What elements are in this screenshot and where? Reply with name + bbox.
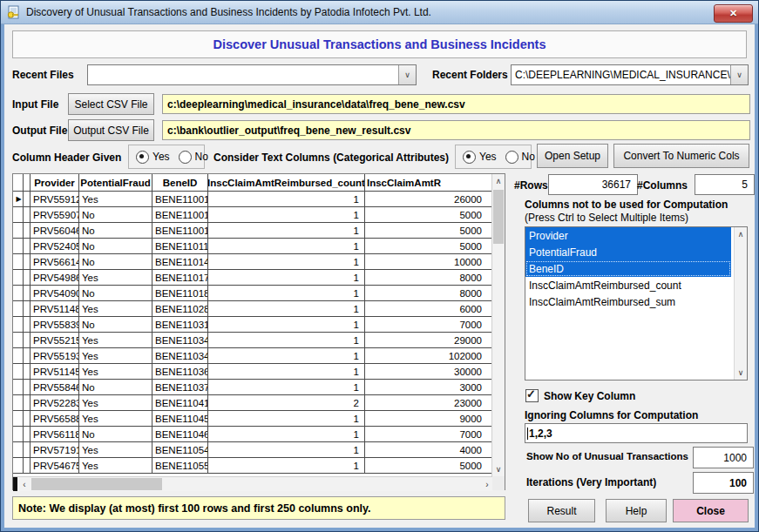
table-cell[interactable]: BENE11054 — [152, 442, 208, 458]
table-cell[interactable]: Yes — [79, 333, 152, 348]
table-cell[interactable] — [24, 395, 30, 411]
list-item[interactable]: Provider — [525, 227, 731, 244]
table-cell[interactable]: 1 — [208, 427, 365, 442]
table-cell[interactable]: PRV56046 — [30, 223, 79, 239]
table-cell[interactable] — [24, 458, 30, 474]
table-cell[interactable] — [24, 207, 30, 223]
table-cell[interactable]: PRV55193 — [30, 348, 79, 364]
table-cell[interactable]: BENE11001 — [152, 207, 208, 223]
table-cell[interactable]: BENE11034 — [152, 348, 208, 364]
chevron-down-icon[interactable]: ∨ — [730, 65, 748, 84]
table-cell[interactable]: Yes — [79, 411, 152, 427]
row-selector-cell[interactable] — [13, 239, 24, 254]
table-cell[interactable]: 30000 — [365, 364, 493, 380]
table-cell[interactable]: BENE11036 — [152, 364, 208, 380]
table-row[interactable]: PRV52283YesBENE11041223000 — [13, 395, 493, 411]
select-csv-file-button[interactable]: Select CSV File — [68, 93, 154, 115]
table-cell[interactable]: 1 — [208, 239, 365, 254]
table-cell[interactable]: No — [79, 239, 152, 254]
row-selector-cell[interactable] — [13, 348, 24, 364]
table-row[interactable]: PRV56614NoBENE11014110000 — [13, 254, 493, 270]
row-selector-cell[interactable] — [13, 223, 24, 239]
columns-count-field[interactable]: 5 — [695, 174, 755, 195]
table-cell[interactable]: BENE11034 — [152, 333, 208, 348]
row-selector-cell[interactable] — [13, 301, 24, 317]
table-cell[interactable] — [24, 411, 30, 427]
open-setup-button[interactable]: Open Setup — [537, 144, 608, 168]
table-cell[interactable]: 8000 — [365, 286, 493, 301]
table-cell[interactable]: PRV54090 — [30, 286, 79, 301]
table-row[interactable]: PRV55846NoBENE1103713000 — [13, 380, 493, 395]
table-cell[interactable]: BENE11001 — [152, 192, 208, 207]
table-cell[interactable] — [24, 333, 30, 348]
row-selector-cell[interactable] — [13, 395, 24, 411]
table-cell[interactable] — [24, 192, 30, 207]
table-cell[interactable]: No — [79, 223, 152, 239]
row-selector-cell[interactable] — [13, 427, 24, 442]
table-cell[interactable]: No — [79, 286, 152, 301]
table-cell[interactable]: 1 — [208, 254, 365, 270]
table-cell[interactable]: BENE11028 — [152, 301, 208, 317]
table-cell[interactable]: 23000 — [365, 395, 493, 411]
table-cell[interactable]: 1 — [208, 458, 365, 474]
ignoring-columns-input[interactable]: 1,2,3 — [525, 423, 748, 443]
table-cell[interactable]: BENE11037 — [152, 380, 208, 395]
table-cell[interactable]: 5000 — [365, 239, 493, 254]
table-cell[interactable]: PRV54986 — [30, 270, 79, 286]
table-cell[interactable]: 102000 — [365, 348, 493, 364]
table-cell[interactable]: 2 — [208, 395, 365, 411]
table-cell[interactable]: No — [79, 207, 152, 223]
table-cell[interactable]: PRV52405 — [30, 239, 79, 254]
table-cell[interactable]: BENE11014 — [152, 254, 208, 270]
table-cell[interactable]: PRV51145 — [30, 364, 79, 380]
table-cell[interactable]: PRV55215 — [30, 333, 79, 348]
table-cell[interactable]: BENE11017 — [152, 270, 208, 286]
row-selector-cell[interactable] — [13, 270, 24, 286]
table-cell[interactable]: 8000 — [365, 270, 493, 286]
table-row[interactable]: PRV55907NoBENE1100115000 — [13, 207, 493, 223]
table-row[interactable]: PRV54090NoBENE1101818000 — [13, 286, 493, 301]
table-cell[interactable]: BENE11001 — [152, 223, 208, 239]
table-cell[interactable]: 1 — [208, 411, 365, 427]
row-selector-cell[interactable] — [13, 286, 24, 301]
table-cell[interactable] — [24, 223, 30, 239]
table-cell[interactable]: 1 — [208, 270, 365, 286]
consider-text-radio-group[interactable]: Yes No — [455, 145, 532, 169]
column-header-radio-group[interactable]: Yes No — [128, 145, 205, 169]
result-button[interactable]: Result — [528, 499, 595, 522]
table-cell[interactable] — [24, 254, 30, 270]
table-cell[interactable]: 1 — [208, 223, 365, 239]
listbox-scrollbar[interactable]: ∧ ∨ — [734, 227, 747, 380]
table-cell[interactable]: Yes — [79, 270, 152, 286]
table-row[interactable]: PRV56588YesBENE1104519000 — [13, 411, 493, 427]
row-selector-cell[interactable]: ▶ — [13, 192, 24, 207]
table-cell[interactable] — [24, 380, 30, 395]
table-cell[interactable]: 1 — [208, 442, 365, 458]
unusual-transactions-field[interactable]: 1000 — [693, 447, 754, 468]
scrollbar-thumb[interactable] — [31, 478, 162, 490]
table-cell[interactable] — [24, 270, 30, 286]
table-cell[interactable]: Yes — [79, 348, 152, 364]
table-cell[interactable]: 5000 — [365, 207, 493, 223]
table-cell[interactable]: PRV51148 — [30, 301, 79, 317]
column-header-no-radio[interactable]: No — [179, 151, 208, 164]
list-item[interactable]: InscClaimAmtReimbursed_count — [525, 277, 731, 293]
table-cell[interactable] — [24, 364, 30, 380]
recent-files-combo[interactable]: ∨ — [87, 64, 417, 85]
table-cell[interactable]: 1 — [208, 286, 365, 301]
table-cell[interactable] — [24, 427, 30, 442]
consider-text-no-radio[interactable]: No — [505, 151, 535, 164]
iterations-field[interactable]: 100 — [693, 472, 754, 494]
table-cell[interactable]: Yes — [79, 458, 152, 474]
table-cell[interactable]: PRV55912 — [30, 192, 79, 207]
table-row[interactable]: PRV51145YesBENE11036130000 — [13, 364, 493, 380]
row-selector-cell[interactable] — [13, 207, 24, 223]
table-cell[interactable]: 1 — [208, 333, 365, 348]
chevron-down-icon[interactable]: ∨ — [398, 65, 416, 84]
table-cell[interactable]: 26000 — [365, 192, 493, 207]
table-cell[interactable] — [24, 317, 30, 333]
table-cell[interactable]: BENE11045 — [152, 411, 208, 427]
table-cell[interactable]: No — [79, 380, 152, 395]
output-csv-file-button[interactable]: Output CSV File — [68, 119, 154, 141]
table-cell[interactable]: BENE11031 — [152, 317, 208, 333]
